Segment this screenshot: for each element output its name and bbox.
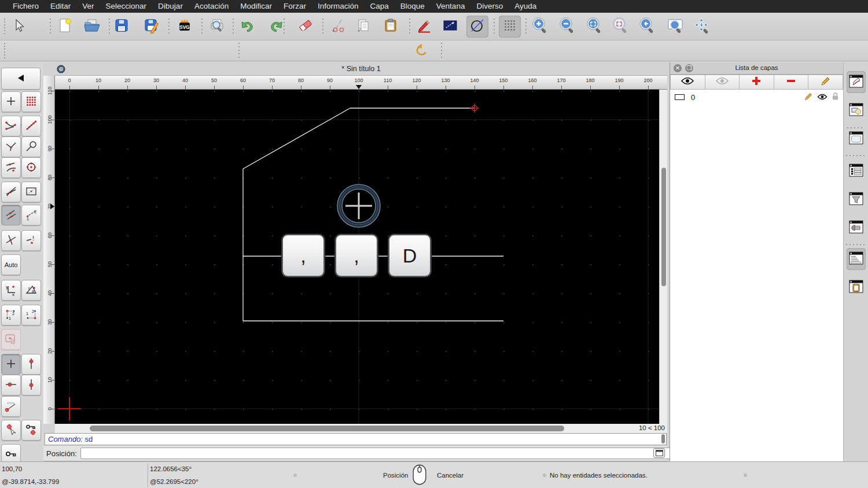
save-as-button[interactable] (141, 16, 163, 38)
toggle-announcer-button[interactable] (847, 217, 866, 239)
toggle-property-list-button[interactable] (847, 160, 866, 182)
snap-center-button[interactable] (21, 157, 41, 178)
intersection-single-button[interactable]: ! (21, 230, 41, 251)
snap-distance-button[interactable]: 12 (21, 205, 41, 225)
snap-free-button[interactable] (1, 91, 21, 112)
options-drag-handle[interactable] (4, 43, 5, 59)
selection-info: No hay entidades seleccionadas. (550, 472, 648, 479)
export-svg-button[interactable]: SVG (174, 16, 196, 38)
toggle-command-widget-button[interactable] (847, 248, 866, 270)
redo-button[interactable] (266, 16, 288, 38)
menu-ayuda[interactable]: Ayuda (509, 0, 542, 13)
undo-button[interactable] (236, 16, 258, 38)
pan-button[interactable] (691, 16, 713, 38)
menu-acotacion[interactable]: Acotación (189, 0, 234, 13)
order-sequential-button[interactable]: 12 (1, 305, 21, 326)
zoom-selection-button[interactable] (609, 16, 631, 38)
menu-modificar[interactable]: Modificar (234, 0, 278, 13)
open-file-button[interactable] (81, 16, 103, 38)
menu-bloque[interactable]: Bloque (395, 0, 431, 13)
angle-snap-button[interactable] (1, 396, 21, 417)
hide-all-layers-button[interactable] (705, 75, 740, 90)
h-ruler-tick-label: 30 (150, 77, 162, 83)
zoom-out-button[interactable] (556, 16, 578, 38)
window-icon (656, 450, 663, 456)
intersection-manual-button[interactable] (1, 230, 21, 251)
draw-mode-button[interactable] (413, 16, 435, 38)
new-file-button[interactable] (54, 16, 76, 38)
layer-row[interactable]: 0 (670, 91, 843, 103)
show-all-layers-button[interactable] (670, 75, 705, 90)
toggle-selection-filter-button[interactable] (847, 188, 866, 210)
menu-ventana[interactable]: Ventana (431, 0, 471, 13)
position-input[interactable] (80, 448, 695, 459)
construction-mode-button[interactable] (466, 16, 488, 38)
h-ruler-tick-label: 60 (237, 77, 249, 83)
edit-layer-button[interactable] (808, 75, 843, 90)
drawing-canvas[interactable]: ,,D (55, 90, 659, 424)
restrict-nothing-button[interactable] (1, 329, 21, 350)
horizontal-scrollbar-thumb[interactable] (90, 426, 564, 431)
position-panel-button[interactable] (653, 448, 665, 458)
menu-diverso[interactable]: Diverso (470, 0, 509, 13)
command-line[interactable]: Comando: sd (45, 433, 667, 445)
snap-perpendicular-button[interactable] (1, 136, 21, 157)
toggle-layer-list-button[interactable] (847, 71, 866, 93)
vertical-scrollbar-thumb[interactable] (661, 168, 666, 286)
coordinate-polar-button[interactable]: ra (21, 280, 41, 301)
snap-on-entity-button[interactable] (21, 116, 41, 136)
menu-editar[interactable]: Editar (45, 0, 76, 13)
snap-grid-button[interactable] (21, 91, 41, 112)
snap-reference-button[interactable] (21, 182, 41, 202)
menu-fichero[interactable]: Fichero (7, 0, 45, 13)
zoom-previous-button[interactable] (636, 16, 658, 38)
vertical-scrollbar[interactable] (659, 90, 667, 424)
select-arrow-button[interactable] (8, 16, 30, 38)
zoom-window-button[interactable] (664, 16, 686, 38)
palette-collapse-button[interactable] (1, 68, 41, 90)
zoom-auto-button[interactable] (583, 16, 605, 38)
toolbar-separator (50, 19, 51, 35)
cut-button[interactable]: + (328, 16, 350, 38)
lock-relative-zero-button[interactable] (21, 420, 41, 441)
menu-informacion[interactable]: Información (312, 0, 365, 13)
menu-dibujar[interactable]: Dibujar (152, 0, 189, 13)
snap-middle-button[interactable] (1, 205, 21, 225)
coordinate-cartesian-button[interactable]: yx (1, 280, 21, 301)
snap-endpoints-button[interactable] (1, 116, 21, 136)
toggle-block-list-button[interactable] (847, 99, 866, 121)
zoom-in-button[interactable] (529, 16, 551, 38)
restore-reference-button[interactable] (412, 41, 434, 63)
set-relative-zero-button[interactable] (1, 420, 21, 441)
remove-layer-button[interactable] (774, 75, 809, 90)
menu-capa[interactable]: Capa (365, 0, 395, 13)
copy-button[interactable]: + (352, 16, 374, 38)
delete-button[interactable] (295, 16, 317, 38)
restrict-vertical-button[interactable] (21, 375, 41, 395)
menu-seleccionar[interactable]: Seleccionar (100, 0, 153, 13)
draw-order-button[interactable] (439, 16, 461, 38)
toolbar-drag-handle[interactable] (4, 19, 5, 35)
add-layer-button[interactable] (740, 75, 774, 90)
layer-visibility-eye-icon[interactable] (817, 92, 827, 102)
layer-edit-pencil-icon[interactable] (804, 92, 813, 103)
order-reverse-button[interactable]: 12 (21, 305, 41, 326)
command-scrollbar-thumb[interactable] (661, 434, 665, 443)
restrict-horizontal-button[interactable] (1, 375, 21, 395)
restrict-free-button[interactable] (1, 354, 21, 375)
snap-intersection-button[interactable] (1, 182, 21, 202)
horizontal-scrollbar[interactable]: 10 < 100 (55, 424, 667, 433)
snap-tangent-button[interactable] (21, 136, 41, 157)
menu-ver[interactable]: Ver (76, 0, 100, 13)
snap-auto-button[interactable]: Auto (1, 254, 21, 275)
toggle-clipboard-button[interactable] (847, 276, 866, 298)
snap-nearest-button[interactable] (1, 157, 21, 178)
grid-toggle-button[interactable] (499, 16, 521, 38)
print-preview-button[interactable] (206, 16, 228, 38)
layer-lock-icon[interactable] (832, 92, 839, 103)
toggle-library-browser-button[interactable] (847, 128, 866, 150)
paste-button[interactable] (380, 16, 402, 38)
menu-forzar[interactable]: Forzar (278, 0, 312, 13)
save-button[interactable] (111, 16, 133, 38)
restrict-orthogonal-button[interactable] (21, 354, 41, 375)
